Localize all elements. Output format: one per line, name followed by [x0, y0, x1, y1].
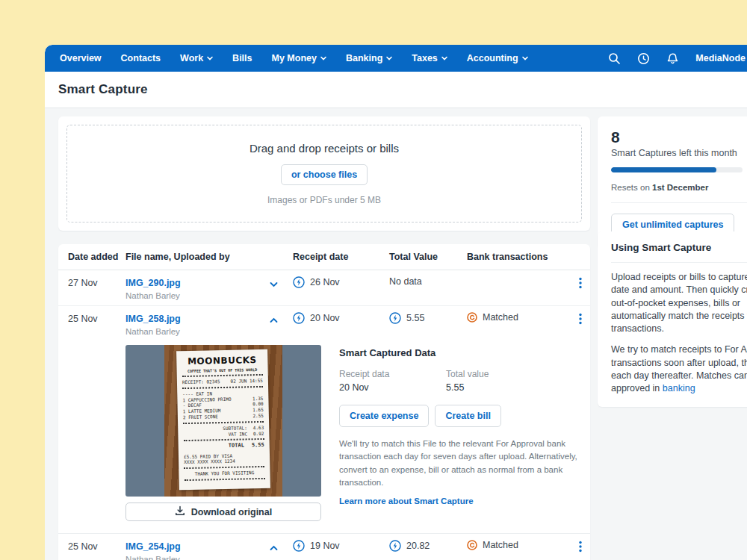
receipt-date-value: 26 Nov: [310, 277, 340, 287]
column-date-added: Date added: [68, 252, 125, 262]
expanded-row-detail: MOONBUCKS COFFEE THAT'S OUT OF THIS WORL…: [58, 341, 590, 533]
captures-left-count: 8: [611, 128, 747, 146]
dropzone-hint: Images or PDFs under 5 MB: [267, 195, 381, 205]
search-icon[interactable]: [608, 52, 621, 65]
receipt-date-value: 20 Nov: [310, 313, 340, 323]
download-original-button[interactable]: Download original: [125, 503, 321, 521]
drag-drop-zone[interactable]: Drag and drop receipts or bills or choos…: [66, 125, 582, 223]
smart-capture-bolt-icon: [389, 312, 401, 324]
row-menu-kebab-icon[interactable]: [579, 276, 582, 292]
table-row: 25 Nov IMG_258.jpg Nathan Barley 20 Nov …: [58, 305, 590, 341]
captures-left-label: Smart Captures left this month: [611, 148, 747, 158]
help-card: Using Smart Capture Upload receipts or b…: [598, 231, 747, 407]
column-file-name: File name, Uploaded by: [125, 252, 293, 262]
date-added-value: 27 Nov: [68, 276, 125, 288]
smart-capture-bolt-icon: [293, 276, 305, 288]
matched-status-icon: [467, 540, 477, 550]
nav-item-contacts[interactable]: Contacts: [121, 53, 161, 63]
uploader-name: Nathan Barley: [125, 327, 181, 336]
create-expense-button[interactable]: Create expense: [339, 405, 429, 427]
dropzone-title: Drag and drop receipts or bills: [249, 142, 399, 155]
upload-card: Drag and drop receipts or bills or choos…: [58, 116, 590, 231]
chevron-down-icon: [386, 55, 392, 61]
bell-icon[interactable]: [666, 52, 679, 65]
collapse-chevron-up-icon[interactable]: [270, 313, 278, 326]
column-receipt-date: Receipt date: [293, 252, 389, 262]
quota-card: 8 Smart Captures left this month Resets …: [598, 116, 747, 249]
timer-icon[interactable]: [637, 52, 650, 65]
total-value-captured: 5.55: [446, 382, 553, 393]
bank-transactions-value: Matched: [483, 312, 518, 323]
file-name-link[interactable]: IMG_254.jpg: [125, 541, 181, 552]
date-added-value: 25 Nov: [68, 539, 125, 552]
chevron-down-icon: [207, 55, 213, 61]
smart-capture-bolt-icon: [389, 540, 401, 552]
banking-link[interactable]: banking: [663, 383, 695, 393]
row-menu-kebab-icon[interactable]: [579, 539, 582, 556]
chevron-down-icon: [441, 55, 447, 61]
uploader-name: Nathan Barley: [125, 555, 181, 560]
app-window: Overview Contacts Work Bills My Money Ba…: [45, 45, 747, 560]
total-value: 20.82: [406, 541, 430, 551]
matched-status-icon: [467, 312, 477, 323]
receipt-brand: MOONBUCKS: [182, 355, 262, 368]
table-row: 27 Nov IMG_290.jpg Nathan Barley 26 Nov …: [58, 270, 590, 305]
nav-item-banking[interactable]: Banking: [346, 53, 392, 63]
smart-captured-data-panel: Smart Captured Data Receipt data 20 Nov …: [339, 345, 590, 521]
page-header: Smart Capture Se: [45, 72, 747, 108]
smart-capture-bolt-icon: [293, 312, 305, 324]
column-bank-transactions: Bank transactions: [467, 252, 570, 262]
nav-item-accounting[interactable]: Accounting: [467, 53, 528, 63]
choose-files-button[interactable]: or choose files: [281, 164, 368, 185]
match-note: We'll try to match this File to the rele…: [339, 438, 586, 489]
quota-reset-text: Resets on 1st December: [611, 183, 747, 203]
table-row: 25 Nov IMG_254.jpg Nathan Barley 19 Nov …: [58, 533, 590, 560]
captures-table: Date added File name, Uploaded by Receip…: [58, 244, 590, 560]
receipt-photo: MOONBUCKS COFFEE THAT'S OUT OF THIS WORL…: [125, 345, 321, 497]
page-title: Smart Capture: [58, 82, 148, 97]
total-value: No data: [389, 276, 422, 287]
file-name-link[interactable]: IMG_290.jpg: [125, 278, 181, 288]
uploader-name: Nathan Barley: [125, 291, 181, 300]
column-total-value: Total Value: [389, 252, 467, 262]
nav-item-my-money[interactable]: My Money: [272, 53, 326, 63]
bank-transactions-value: [467, 276, 570, 276]
nav-item-bills[interactable]: Bills: [232, 53, 252, 63]
receipt-date-label: Receipt data: [339, 369, 446, 379]
total-value-label: Total value: [446, 369, 553, 379]
help-paragraph-1: Upload receipts or bills to capture the …: [611, 271, 747, 335]
top-nav: Overview Contacts Work Bills My Money Ba…: [45, 45, 747, 72]
receipt-date-captured: 20 Nov: [339, 382, 446, 393]
nav-item-overview[interactable]: Overview: [60, 53, 102, 63]
nav-item-work[interactable]: Work: [180, 53, 213, 63]
create-bill-button[interactable]: Create bill: [435, 405, 500, 427]
file-name-link[interactable]: IMG_258.jpg: [125, 314, 181, 324]
date-added-value: 25 Nov: [68, 311, 125, 324]
help-paragraph-2: We try to match receipts to For Approval…: [611, 343, 747, 395]
download-icon: [175, 505, 185, 518]
total-value: 5.55: [406, 313, 424, 323]
help-title: Using Smart Capture: [611, 242, 747, 263]
company-name[interactable]: MediaNode: [695, 53, 746, 63]
smart-capture-bolt-icon: [293, 540, 305, 552]
learn-more-link[interactable]: Learn more about Smart Capture: [339, 497, 474, 505]
row-menu-kebab-icon[interactable]: [579, 311, 582, 328]
table-header-row: Date added File name, Uploaded by Receip…: [58, 244, 590, 270]
quota-progress-bar: [611, 167, 743, 172]
nav-item-taxes[interactable]: Taxes: [412, 53, 447, 63]
quota-progress-fill: [611, 167, 716, 172]
collapse-chevron-up-icon[interactable]: [270, 541, 278, 554]
chevron-down-icon: [320, 55, 326, 61]
chevron-down-icon: [522, 55, 528, 61]
receipt-date-value: 19 Nov: [310, 541, 340, 551]
panel-title: Smart Captured Data: [339, 347, 590, 358]
receipt-paper: MOONBUCKS COFFEE THAT'S OUT OF THIS WORL…: [176, 349, 270, 491]
bank-transactions-value: Matched: [483, 540, 518, 550]
expand-chevron-down-icon[interactable]: [270, 277, 278, 290]
